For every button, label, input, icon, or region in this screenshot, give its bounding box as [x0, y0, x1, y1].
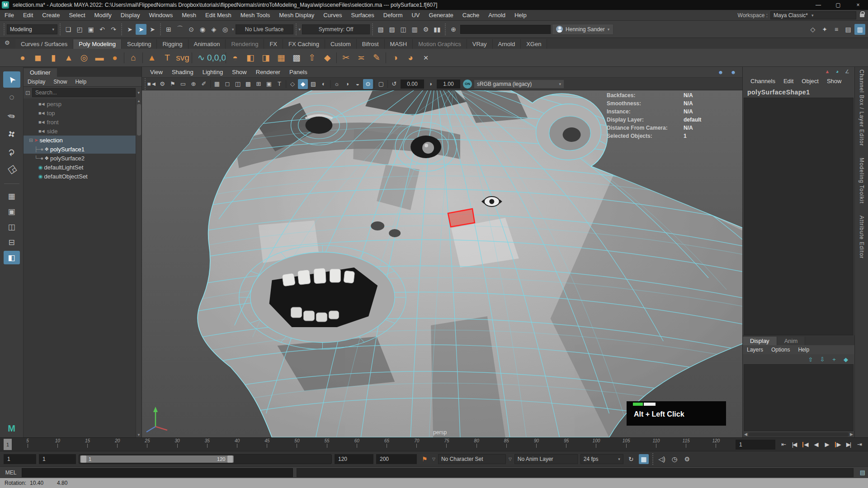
snap-to-origin-icon[interactable]: 0,0,0	[209, 51, 224, 65]
create-empty-layer-icon[interactable]: +	[830, 355, 838, 363]
chevron-down-icon[interactable]: ▾	[232, 27, 234, 32]
animation-start-field[interactable]: 1	[4, 454, 36, 464]
undo-icon[interactable]: ↶	[97, 24, 108, 35]
shelf-tab[interactable]: Poly Modeling	[73, 39, 122, 49]
layout-two-pane[interactable]: ◫	[4, 220, 20, 234]
chevron-down-icon[interactable]: ▽	[432, 457, 435, 461]
humanik-toggle[interactable]: ✦	[819, 24, 830, 35]
separate-icon[interactable]: ◨	[259, 51, 273, 65]
timeline-tick[interactable]: 5	[13, 438, 42, 451]
bevel-icon[interactable]: ◆	[320, 51, 335, 65]
channel-box-menu-item[interactable]: Object	[797, 76, 823, 87]
scroll-up-icon[interactable]: ▲	[137, 99, 141, 103]
shelf-tab[interactable]: Bifrost	[357, 39, 385, 49]
smooth-icon[interactable]: ◕	[403, 51, 418, 65]
layout-outliner-persp[interactable]: ◧	[4, 251, 20, 264]
gamma-icon[interactable]: ◑	[425, 79, 435, 89]
safe-action-icon[interactable]: ▣	[264, 79, 274, 89]
timeline-tick[interactable]: 80	[462, 438, 491, 451]
menu-item[interactable]: Windows	[144, 10, 177, 21]
layer-editor-menu-item[interactable]: Help	[794, 345, 813, 354]
shelf-separator[interactable]	[385, 51, 387, 65]
shelf-tab[interactable]: Rigging	[157, 39, 188, 49]
timeline-tick[interactable]: 70	[402, 438, 432, 451]
layout-four-pane[interactable]: ▦	[4, 189, 20, 203]
shelf-gear-icon[interactable]: ⚙	[5, 39, 10, 46]
channel-speed-icon[interactable]: ◕	[834, 68, 841, 75]
shelf-tab[interactable]: Sculpting	[122, 39, 157, 49]
menu-item[interactable]: Select	[64, 10, 90, 21]
textured-mode-icon[interactable]: ▨	[308, 79, 318, 89]
connect-icon[interactable]: ≍	[354, 51, 368, 65]
pane-camera-icon[interactable]: ☻	[715, 67, 726, 78]
play-backwards-button[interactable]: ◀	[811, 439, 821, 450]
anim-layer-dropdown[interactable]: No Anim Layer	[514, 454, 578, 464]
step-forward-key-button[interactable]: ▶	[832, 439, 843, 450]
sweep-mesh-icon[interactable]: ∿	[194, 51, 208, 65]
render-settings-icon[interactable]: ⚙	[420, 24, 431, 35]
poly-cylinder-icon[interactable]: ▮	[46, 51, 61, 65]
shelf-separator[interactable]	[123, 51, 125, 65]
layer-editor-menu-item[interactable]: Layers	[743, 345, 767, 354]
poly-disc-icon[interactable]: ●	[108, 51, 122, 65]
grease-pencil-icon[interactable]: ✐	[199, 79, 209, 89]
menu-item[interactable]: Cache	[458, 10, 484, 21]
shelf-tab[interactable]: Rendering	[226, 39, 264, 49]
layer-editor-tab[interactable]: Anim	[777, 337, 806, 345]
shelf-tab[interactable]: VRay	[467, 39, 493, 49]
poly-cone-icon[interactable]: ▲	[61, 51, 76, 65]
select-hierarchy-icon[interactable]: ➤	[124, 24, 135, 35]
bookmark-flag-icon[interactable]: ⚑	[420, 454, 429, 464]
timeline-tick[interactable]: 115	[671, 438, 701, 451]
menu-item[interactable]: Mesh Tools	[236, 10, 275, 21]
film-gate-icon[interactable]: ◻	[222, 79, 232, 89]
play-forwards-button[interactable]: ▶	[821, 439, 832, 450]
scroll-down-icon[interactable]: ▼	[137, 433, 141, 437]
gamma-field[interactable]: 1.00	[437, 80, 460, 89]
step-back-frame-button[interactable]: |◀	[789, 439, 799, 450]
toolbar-separator[interactable]	[329, 79, 331, 89]
menu-item[interactable]: UV	[407, 10, 424, 21]
timeline-tick[interactable]: 55	[312, 438, 342, 451]
camera-select-icon[interactable]: ■◄	[147, 79, 157, 89]
shelf-tab[interactable]: Motion Graphics	[413, 39, 467, 49]
close-button[interactable]: ×	[848, 0, 868, 10]
timeline-tick[interactable]: 20	[103, 438, 132, 451]
timeline-tick[interactable]: 15	[72, 438, 102, 451]
render-view-icon[interactable]: ▧	[375, 24, 386, 35]
timeline-tick[interactable]: 60	[342, 438, 372, 451]
outliner-item[interactable]: └─● ❖ polySurface2	[24, 154, 142, 163]
toolbar-separator[interactable]	[285, 79, 287, 89]
snap-view-plane-icon[interactable]: ◈	[208, 24, 219, 35]
poly-plane-icon[interactable]: ▬	[92, 51, 107, 65]
poly-pyramid-icon[interactable]: ▲	[145, 51, 159, 65]
layout-three-pane[interactable]: ⊟	[4, 235, 20, 249]
viewport-menu-item[interactable]: Renderer	[251, 67, 285, 78]
shelf-tab[interactable]: MASH	[385, 39, 413, 49]
clip-editor-icon[interactable]: ▦	[639, 454, 649, 464]
quick-select-input[interactable]	[460, 25, 551, 34]
loop-playback-icon[interactable]: ↻	[626, 454, 636, 464]
poly-svg-icon[interactable]: svg	[175, 51, 190, 65]
sidebar-vertical-tab[interactable]: Channel Box / Layer Editor	[859, 70, 865, 146]
playback-range-bar[interactable]: 1 120	[80, 455, 234, 463]
viewport-canvas[interactable]: Backfaces: N/A Smoothness: N/A Instance:…	[142, 90, 742, 437]
pane-user-icon[interactable]: ☻	[728, 67, 739, 78]
grip-handle[interactable]	[3, 23, 5, 35]
outliner-item[interactable]: ■◄ front	[24, 117, 142, 127]
grip-handle[interactable]	[59, 23, 61, 35]
grip-handle[interactable]	[159, 23, 162, 35]
current-time-field[interactable]: 1	[736, 440, 775, 450]
go-to-end-button[interactable]: ⇥	[854, 439, 864, 450]
shelf-tab[interactable]: Custom	[325, 39, 357, 49]
outliner-menu-item[interactable]: Display	[24, 77, 49, 87]
attribute-editor-toggle[interactable]: ▤	[843, 24, 854, 35]
mel-result-field[interactable]	[297, 468, 854, 477]
script-editor-icon[interactable]: ▤	[857, 469, 868, 476]
shelf-separator[interactable]	[142, 51, 144, 65]
select-object-icon[interactable]: ➤	[136, 24, 146, 35]
timeline-tick[interactable]: 35	[192, 438, 222, 451]
image-plane-icon[interactable]: ▭	[178, 79, 188, 89]
timeline-tick[interactable]: 100	[581, 438, 611, 451]
menu-item[interactable]: File	[0, 10, 19, 21]
